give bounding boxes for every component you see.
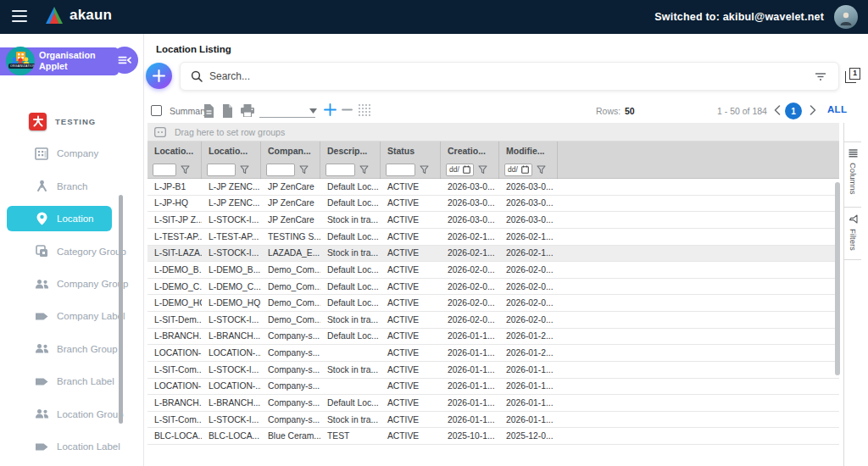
- people-group-icon: [34, 276, 49, 291]
- funnel-icon[interactable]: [537, 165, 546, 175]
- table-cell: LOCATION-...: [147, 379, 202, 395]
- column-filter-input[interactable]: [386, 164, 415, 176]
- filter-cell-4: [381, 160, 441, 179]
- filter-cell-2: [261, 160, 320, 179]
- table-row[interactable]: L-TEST-AP...L-TEST-AP...TESTING S...Defa…: [147, 229, 839, 246]
- grid-view-icon[interactable]: [358, 103, 371, 117]
- summary-checkbox[interactable]: [151, 105, 162, 116]
- date-placeholder: dd/: [449, 165, 459, 174]
- table-cell: L-DEMO_HQ: [147, 295, 202, 311]
- table-cell: L-BRANCH...: [147, 395, 202, 411]
- all-pages-button[interactable]: ALL: [827, 104, 847, 114]
- table-cell: 2026-01-1...: [499, 412, 558, 428]
- side-tab-filters[interactable]: Filters: [844, 208, 861, 260]
- row-groups-drop-zone[interactable]: Drag here to set row groups: [147, 123, 839, 141]
- print-icon[interactable]: [241, 104, 254, 117]
- sidebar-item-company-label[interactable]: Company Label: [7, 303, 112, 329]
- table-cell: L-SIT-LAZA...: [147, 246, 202, 262]
- date-filter-input[interactable]: dd/: [504, 164, 532, 176]
- column-filter-input[interactable]: [153, 164, 176, 176]
- search-input[interactable]: [209, 70, 815, 82]
- sidebar-scrollbar[interactable]: [119, 195, 123, 424]
- funnel-icon[interactable]: [299, 165, 309, 175]
- column-filter-input[interactable]: [207, 164, 236, 176]
- column-header-2[interactable]: Compan...: [261, 141, 320, 160]
- calendar-icon[interactable]: [463, 165, 470, 174]
- table-cell: 2026-03-0...: [441, 196, 499, 212]
- column-header-4[interactable]: Status: [381, 141, 441, 160]
- table-cell: ACTIVE: [381, 312, 441, 328]
- page-size-dropdown[interactable]: [259, 103, 315, 118]
- table-cell: L-BRANCH...: [147, 329, 202, 345]
- table-row[interactable]: L-JP-HQL-JP ZENC...JP ZenCareDefault Loc…: [147, 196, 839, 213]
- table-cell: L-JP ZENC...: [202, 196, 261, 212]
- table-row[interactable]: L-SIT-Com...L-STOCK-I...Company-s...Stoc…: [147, 412, 839, 429]
- sidebar-item-branch[interactable]: Branch: [7, 174, 112, 199]
- user-avatar[interactable]: [834, 5, 858, 29]
- hamburger-menu-icon[interactable]: [12, 10, 27, 22]
- column-header-1[interactable]: Locatio...: [202, 141, 261, 160]
- table-row[interactable]: L-SIT-Dem...L-STOCK-I...Demo_Com...Stock…: [147, 312, 839, 329]
- next-page-icon[interactable]: [810, 105, 816, 115]
- prev-page-icon[interactable]: [774, 105, 781, 115]
- brand-logo[interactable]: akaun: [44, 6, 112, 25]
- table-row[interactable]: L-JP-B1L-JP ZENC...JP ZenCareDefault Loc…: [147, 179, 839, 196]
- table-cell: JP ZenCare: [261, 212, 320, 228]
- sidebar-item-company-group[interactable]: Company Group: [7, 271, 112, 297]
- sidebar-item-label: Branch: [57, 181, 87, 191]
- table-row[interactable]: L-DEMO_HQL-DEMO_HQDemo_Com...Default Loc…: [147, 295, 839, 312]
- add-row-icon[interactable]: [324, 103, 337, 116]
- sidebar-item-company[interactable]: Company: [7, 141, 112, 166]
- column-header-3[interactable]: Descrip...: [320, 141, 381, 160]
- search-filter-icon[interactable]: [815, 71, 826, 81]
- add-location-button[interactable]: [146, 63, 172, 89]
- single-page-view-icon[interactable]: 1: [845, 68, 860, 84]
- table-cell: 2026-02-0...: [441, 262, 499, 278]
- funnel-icon[interactable]: [359, 165, 369, 175]
- funnel-icon[interactable]: [420, 165, 429, 175]
- table-row[interactable]: L-DEMO_C...L-DEMO_C...Demo_Com...Default…: [147, 279, 839, 296]
- table-cell: 2026-01-1...: [441, 395, 499, 411]
- funnel-icon[interactable]: [478, 165, 487, 175]
- table-cell: 2026-01-1...: [441, 362, 499, 378]
- funnel-icon[interactable]: [181, 165, 190, 175]
- table-row[interactable]: LOCATION-...LOCATION-...Company-s...ACTI…: [147, 379, 839, 396]
- column-header-0[interactable]: Locatio...: [147, 141, 202, 160]
- table-cell: 2026-01-1...: [441, 345, 499, 361]
- sidebar-item-testing[interactable]: TESTING: [7, 108, 112, 134]
- column-filter-input[interactable]: [326, 164, 355, 176]
- side-tab-columns[interactable]: Columns: [844, 141, 861, 208]
- sidebar-item-location-group[interactable]: Location Group: [7, 402, 112, 427]
- date-filter-input[interactable]: dd/: [446, 164, 474, 176]
- export-file-icon[interactable]: [222, 104, 233, 118]
- funnel-icon[interactable]: [240, 165, 249, 175]
- sidebar-item-category-group[interactable]: Category Group: [7, 239, 112, 264]
- current-page-button[interactable]: 1: [785, 103, 802, 119]
- table-cell: ACTIVE: [381, 379, 441, 395]
- column-header-6[interactable]: Modifie...: [499, 141, 558, 160]
- sidebar-item-location-label[interactable]: Location Label: [7, 434, 112, 459]
- sidebar-item-branch-label[interactable]: Branch Label: [7, 369, 112, 394]
- calendar-icon[interactable]: [521, 165, 529, 174]
- table-row[interactable]: L-BRANCH...L-BRANCH...Company-s...Defaul…: [147, 395, 839, 412]
- table-row[interactable]: BLC-LOCA...BLC-LOCA...Blue Ceram...TESTA…: [147, 428, 839, 445]
- column-header-5[interactable]: Creatio...: [441, 141, 499, 160]
- remove-row-icon[interactable]: [342, 103, 353, 116]
- table-row[interactable]: LOCATION-...LOCATION-...Company-s...ACTI…: [147, 345, 839, 362]
- sidebar-item-branch-group[interactable]: Branch Group: [7, 336, 112, 362]
- sidebar-item-location[interactable]: Location: [7, 206, 112, 231]
- table-row[interactable]: L-SIT-LAZA...L-STOCK-I...LAZADA_E...Stoc…: [147, 246, 839, 263]
- sidebar-item-label: Location Group: [57, 409, 124, 419]
- table-row[interactable]: L-BRANCH...L-BRANCH...Company-s...Defaul…: [147, 329, 839, 346]
- table-cell: Stock in tra...: [320, 312, 381, 328]
- table-row[interactable]: L-SIT-JP Z...L-STOCK-I...JP ZenCareStock…: [147, 212, 839, 229]
- grid-scrollbar[interactable]: [835, 182, 840, 375]
- column-filter-input[interactable]: [266, 164, 295, 176]
- table-row[interactable]: L-SIT-Com...L-STOCK-I...Company-s...Stoc…: [147, 362, 839, 379]
- table-cell: L-JP-HQ: [147, 196, 202, 212]
- export-csv-icon[interactable]: [203, 104, 214, 118]
- table-cell: ACTIVE: [381, 412, 441, 428]
- table-row[interactable]: L-DEMO_B...L-DEMO_B...Demo_Com...Default…: [147, 262, 839, 279]
- table-cell: ACTIVE: [381, 262, 441, 278]
- table-cell: Default Loc...: [320, 279, 381, 295]
